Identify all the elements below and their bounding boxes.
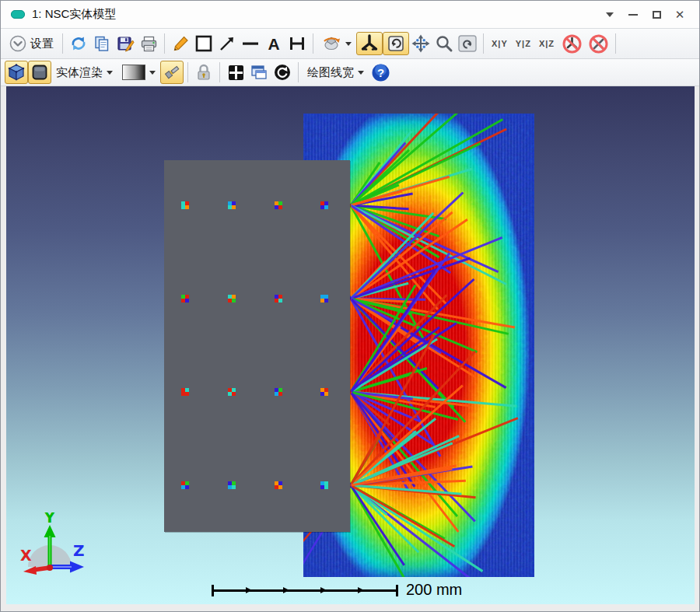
source-dot [320,201,328,209]
arrow-tool-button[interactable] [215,32,239,55]
separator [219,62,220,82]
shaded-view-button[interactable] [5,61,28,84]
disable-rotation-button[interactable] [558,32,585,55]
ray [351,299,477,352]
flashlight-button[interactable] [160,61,184,84]
title-bar[interactable]: 1: NSC实体模型 ✕ [1,1,699,29]
flat-shade-button[interactable] [28,61,51,84]
ray [351,485,411,591]
no-rotation-icon [562,33,583,54]
copy-icon [93,35,110,52]
settings-expand-icon [9,35,26,52]
gradient-swatch-icon [122,65,145,80]
3d-viewport[interactable]: Y X Z 200 mm [6,86,695,604]
separator [615,33,616,54]
close-icon: ✕ [675,8,685,22]
window-maximize-button[interactable] [645,4,668,26]
history-circle-icon [273,63,292,82]
plane-xz-button[interactable]: X|Z [535,33,558,54]
source-dot [181,201,189,209]
tripod-axes-icon [359,33,380,54]
save-button[interactable] [114,32,137,55]
window-close-button[interactable]: ✕ [668,4,691,26]
render-toolbar: 实体渲染 [1,59,699,86]
ray [351,143,481,205]
chevron-down-icon [358,71,364,75]
shaded-square-icon [31,64,48,81]
rectangle-tool-button[interactable] [192,32,215,55]
chevron-down-icon [606,12,614,17]
source-dot [320,388,328,396]
rectangle-icon [194,34,213,53]
pencil-tool-button[interactable] [169,32,192,55]
arrow-icon [218,34,236,53]
print-button[interactable] [137,32,160,55]
plane-xy-button[interactable]: X|Y [488,33,512,54]
scale-bar: 200 mm [212,581,462,599]
source-dot [228,481,236,489]
axis-y-label: Y [44,512,55,526]
solid-render-dropdown[interactable]: 实体渲染 [51,61,117,84]
help-button[interactable]: ? [369,61,392,84]
lock-button[interactable] [192,61,215,84]
rotate-3d-button[interactable] [356,32,383,55]
save-icon [117,35,135,53]
separator [313,33,313,54]
help-icon: ? [371,63,390,82]
window-menu-button[interactable] [598,4,621,26]
disable-clip-button[interactable] [585,32,611,55]
reset-view-button[interactable] [456,32,479,55]
separator [164,33,165,54]
source-dot [228,201,236,209]
source-dot [181,481,189,489]
undo-view-icon [457,34,478,53]
nsc-shaded-model-window: 1: NSC实体模型 ✕ 设置 [0,0,700,612]
line-width-dropdown[interactable]: 绘图线宽 [303,61,369,84]
quadrant-icon [227,64,245,82]
ray [351,120,502,205]
rotate-box-icon [387,34,405,53]
zoom-view-button[interactable] [432,32,456,55]
scale-bar-ruler [212,584,398,596]
source-dot [228,388,236,396]
refresh-icon [70,35,87,52]
refresh-button[interactable] [67,32,90,55]
separator [62,33,63,54]
source-dot [181,388,189,396]
orbit-view-button[interactable] [317,32,356,55]
viewport-frame: Y X Z 200 mm [1,86,699,612]
solid-render-label: 实体渲染 [56,65,103,80]
svg-text:?: ? [376,66,383,79]
spin-view-button[interactable] [383,32,409,55]
source-dot [320,481,328,489]
window-minimize-button[interactable] [621,4,645,26]
dimension-icon [288,34,306,53]
source-dot [275,481,282,489]
text-tool-icon: A [268,36,279,52]
source-dot [228,295,236,303]
copy-button[interactable] [90,32,114,55]
source-dot [275,201,282,209]
source-dot [275,388,282,396]
line-width-label: 绘图线宽 [307,65,354,80]
pan-view-button[interactable] [409,32,432,55]
dimension-tool-button[interactable] [285,32,309,55]
background-gradient-dropdown[interactable] [117,61,160,84]
history-button[interactable] [271,61,294,84]
line-tool-button[interactable] [239,32,262,55]
maximize-icon [653,11,661,19]
source-board-panel [164,160,350,532]
cube-3d-icon [7,63,26,82]
quadrant-view-button[interactable] [224,61,247,84]
no-clip-icon [588,33,609,54]
ray [351,205,450,273]
cascade-windows-button[interactable] [247,61,271,84]
pan-icon [411,33,431,54]
main-toolbar: 设置 [1,29,699,59]
print-icon [140,35,158,53]
settings-button[interactable]: 设置 [5,32,58,55]
ray-trace-layer [6,86,695,604]
text-tool-button[interactable]: A [262,32,285,55]
source-dot [181,295,189,303]
plane-yz-button[interactable]: Y|Z [512,33,535,54]
